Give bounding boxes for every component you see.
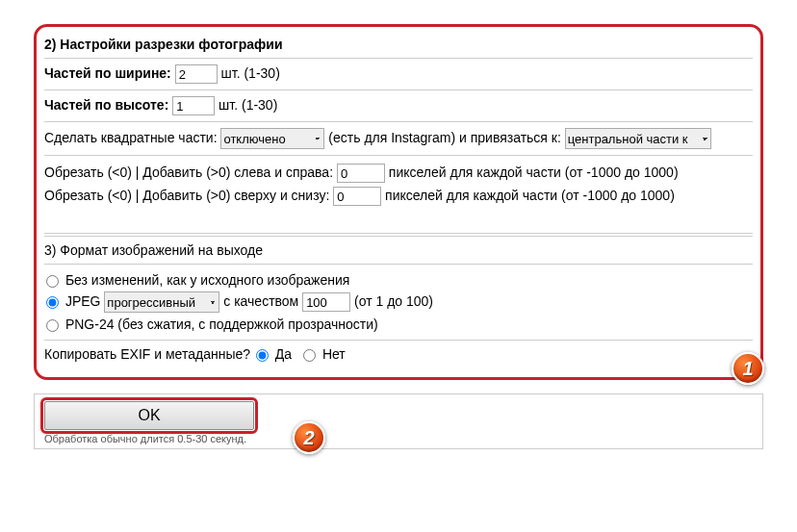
opt-png-label: PNG-24 (без сжатия, с поддержкой прозрач… xyxy=(65,317,378,332)
settings-panel: 2) Настройки разрезки фотографии Частей … xyxy=(34,24,763,380)
exif-label: Копировать EXIF и метаданные? xyxy=(44,346,250,362)
square-label: Сделать квадратные части: xyxy=(44,130,218,145)
section2-title: 2) Настройки разрезки фотографии xyxy=(44,31,753,58)
row-exif: Копировать EXIF и метаданные? Да Нет xyxy=(44,340,753,367)
width-hint: шт. (1-30) xyxy=(221,65,280,81)
crop-tb-input[interactable] xyxy=(333,187,381,206)
exif-no-label: Нет xyxy=(322,346,346,362)
row-crop: Обрезать (<0) | Добавить (>0) слева и сп… xyxy=(44,155,753,214)
processing-hint: Обработка обычно длится 0.5-30 секунд. xyxy=(44,433,753,444)
jpeg-q-hint: (от 1 до 100) xyxy=(354,293,433,309)
crop-tb-label: Обрезать (<0) | Добавить (>0) сверху и с… xyxy=(44,188,329,203)
crop-lr-label: Обрезать (<0) | Добавить (>0) слева и сп… xyxy=(44,165,333,180)
section3-title: 3) Формат изображений на выходе xyxy=(44,239,753,264)
divider xyxy=(44,233,753,237)
exif-yes-label: Да xyxy=(275,346,292,362)
row-format: Без изменений, как у исходного изображен… xyxy=(44,264,753,340)
jpeg-q-input[interactable] xyxy=(302,292,350,312)
crop-tb-hint: пикселей для каждой части (от -1000 до 1… xyxy=(385,188,675,203)
row-height: Частей по высоте: шт. (1-30) xyxy=(44,89,753,121)
opt-jpeg-label: JPEG xyxy=(65,293,101,309)
opt-same-label: Без изменений, как у исходного изображен… xyxy=(65,272,349,288)
row-square: Сделать квадратные части: отключено (ест… xyxy=(44,121,753,155)
anchor-select[interactable]: центральной части к xyxy=(565,128,711,149)
jpeg-mode-select[interactable]: прогрессивный xyxy=(104,291,219,313)
radio-jpeg[interactable] xyxy=(46,296,59,309)
height-input[interactable] xyxy=(172,96,215,115)
submit-box: OK Обработка обычно длится 0.5-30 секунд… xyxy=(34,393,763,449)
width-label: Частей по ширине: xyxy=(44,65,171,81)
radio-png[interactable] xyxy=(46,319,59,332)
height-label: Частей по высоте: xyxy=(44,97,168,113)
row-width: Частей по ширине: шт. (1-30) xyxy=(44,58,753,89)
callout-2-icon: 2 xyxy=(293,421,325,454)
radio-exif-no[interactable] xyxy=(303,349,316,362)
radio-same[interactable] xyxy=(46,275,59,288)
crop-lr-hint: пикселей для каждой части (от -1000 до 1… xyxy=(389,165,679,180)
radio-exif-yes[interactable] xyxy=(256,349,269,362)
height-hint: шт. (1-30) xyxy=(219,97,277,113)
ok-button[interactable]: OK xyxy=(44,401,254,430)
crop-lr-input[interactable] xyxy=(337,164,385,183)
square-select[interactable]: отключено xyxy=(220,128,324,149)
jpeg-q-label: с качеством xyxy=(223,293,298,309)
callout-1-icon: 1 xyxy=(732,352,764,385)
width-input[interactable] xyxy=(175,64,218,84)
square-hint1: (есть для Instagram) и привязаться к: xyxy=(328,130,561,145)
